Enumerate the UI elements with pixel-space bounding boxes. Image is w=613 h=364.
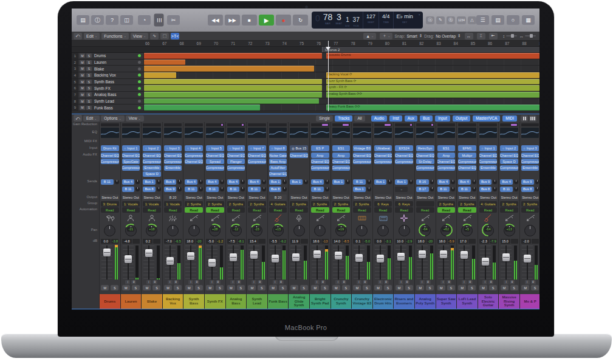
send-slot[interactable]: Bus 1 (332, 179, 345, 185)
play-button[interactable]: ▶ (259, 15, 274, 26)
pan-knob[interactable]: -12 (226, 223, 247, 238)
audio-fx-slot[interactable]: Channel EQ (395, 153, 413, 158)
channel-fader[interactable] (247, 246, 267, 280)
audio-fx-slot[interactable]: Compressor (311, 165, 329, 171)
fader-cap[interactable] (250, 251, 258, 259)
channel-name-label[interactable]: Lauren (121, 294, 142, 309)
audio-fx-slot[interactable]: Compressor (374, 159, 392, 164)
playhead-handle[interactable] (326, 47, 330, 50)
fader-cap[interactable] (461, 251, 468, 259)
audio-fx-slot[interactable]: Channel EQ (458, 165, 476, 171)
audio-fx-slot[interactable]: Channel EQ (437, 159, 456, 164)
send-slot[interactable]: B 11 (101, 179, 114, 185)
audio-fx-slot[interactable]: Channel EQ (227, 153, 245, 158)
input-slot[interactable]: ○Input 5 (206, 145, 224, 151)
send-slot[interactable]: Bus 1 (269, 179, 282, 185)
record-enable-dot[interactable] (138, 100, 141, 103)
output-slot[interactable]: Stereo Out (290, 194, 308, 201)
eq-thumbnail[interactable] (269, 128, 287, 138)
marquee-tool-icon[interactable]: ⬚ (160, 33, 169, 39)
channel-name-label[interactable]: Electronic Drum Hits (373, 294, 394, 309)
pan-knob-dial[interactable] (167, 225, 179, 236)
solo-button[interactable]: S (300, 285, 308, 290)
pan-knob[interactable] (289, 223, 309, 238)
mute-button[interactable]: M (458, 285, 466, 290)
mute-button[interactable]: M (479, 285, 487, 290)
group-slot[interactable]: 1: Vocals (122, 201, 140, 207)
pan-knob-dial[interactable] (314, 225, 326, 236)
track-header[interactable]: 5MSSynth Bass (72, 79, 144, 85)
output-slot[interactable]: B 20 (269, 194, 287, 201)
note-pads-icon[interactable]: ▤ (491, 15, 504, 25)
audio-fx-slot[interactable]: Channel EQ (269, 171, 287, 177)
solo-button[interactable]: S (489, 285, 497, 290)
marker-chorus[interactable]: Chorus 2 (322, 47, 539, 52)
send-knob[interactable] (514, 187, 518, 191)
channel-name-label[interactable]: Synth FX (205, 294, 225, 309)
send-slot[interactable]: B 11 (248, 187, 261, 192)
output-slot[interactable]: Stereo Out (248, 194, 266, 201)
pan-knob[interactable] (163, 223, 183, 238)
send-knob[interactable] (283, 180, 287, 184)
record-arm-button[interactable]: R (447, 280, 451, 284)
input-monitor-button[interactable]: I (168, 280, 173, 284)
mixer-filter-audio[interactable]: Audio (371, 115, 388, 122)
output-slot[interactable]: Stereo Out (206, 194, 224, 201)
solo-button[interactable]: S (216, 285, 224, 290)
pan-knob[interactable] (183, 223, 204, 238)
input-slot[interactable]: ◎Bus 15 (290, 145, 308, 151)
track-lane[interactable]: Acoustic Drums (144, 53, 539, 59)
group-slot[interactable]: 2: Synths (248, 201, 266, 207)
solo-button[interactable]: S (510, 285, 518, 290)
send-slot[interactable]: Bus 4 (122, 179, 135, 185)
pan-knob-dial[interactable] (356, 225, 368, 236)
send-knob[interactable] (177, 187, 182, 191)
mute-button[interactable]: M (80, 92, 85, 97)
pan-knob-dial[interactable] (524, 225, 536, 236)
channel-name-label[interactable]: Bright Synth Pad (310, 294, 330, 309)
send-knob[interactable] (262, 180, 266, 184)
eq-thumbnail[interactable] (164, 128, 182, 138)
input-monitor-button[interactable]: I (399, 280, 403, 284)
audio-fx-slot[interactable]: Channel EQ (122, 153, 140, 158)
pan-knob[interactable]: +62 (436, 223, 457, 238)
send-knob[interactable] (220, 180, 224, 184)
send-slot[interactable]: B 11 (185, 187, 197, 192)
track-header[interactable]: 7MSAnalog Bass (72, 92, 144, 98)
lcd-tempo[interactable]: 127KEEP (363, 12, 379, 29)
eq-thumbnail[interactable] (437, 128, 456, 138)
fader-cap[interactable] (208, 259, 216, 267)
audio-fx-slot[interactable]: Channel EQ (206, 153, 224, 158)
send-slot[interactable]: Bus 4 (227, 179, 240, 185)
rewind-button[interactable]: ◀◀ (208, 15, 223, 26)
track-header[interactable]: 9MSFunk Bass (72, 105, 144, 111)
input-monitor-button[interactable]: I (146, 280, 151, 284)
channel-fader[interactable] (142, 246, 162, 280)
arrange-menu-functions[interactable]: Functions⌄ (101, 33, 129, 39)
mute-button[interactable]: M (122, 285, 130, 290)
mixer-menu-view[interactable]: View ⌄ (126, 115, 144, 122)
channel-name-label[interactable]: Crunchy Synth (331, 294, 352, 309)
automation-curve-icon[interactable]: ∿ (150, 33, 159, 39)
send-knob[interactable] (451, 180, 455, 184)
fader-cap[interactable] (187, 252, 194, 260)
solo-button[interactable]: S (321, 285, 329, 290)
output-slot[interactable]: Stereo Out (479, 194, 498, 201)
vertical-zoom-slider[interactable]: ↕ (503, 34, 518, 38)
mute-button[interactable]: M (101, 285, 109, 290)
send-knob[interactable] (346, 180, 350, 184)
input-slot[interactable]: ES P (311, 145, 329, 151)
channel-fader[interactable] (394, 246, 414, 280)
audio-fx-slot[interactable]: Compressor (458, 159, 476, 164)
audio-fx-slot[interactable]: Channel EQ (332, 159, 351, 164)
input-monitor-button[interactable]: I (335, 280, 340, 284)
audio-fx-slot[interactable]: Ensemble (164, 165, 182, 171)
send-knob[interactable] (367, 187, 371, 191)
solo-button[interactable]: S (86, 60, 92, 64)
fader-cap[interactable] (103, 249, 111, 256)
fader-cap[interactable] (272, 255, 279, 263)
drag-value[interactable]: No Overlap⇕ (436, 33, 461, 38)
send-slot[interactable]: Bus 9 (521, 179, 534, 185)
audio-fx-slot[interactable]: Flanger (227, 159, 245, 164)
record-arm-button[interactable]: R (405, 280, 409, 284)
